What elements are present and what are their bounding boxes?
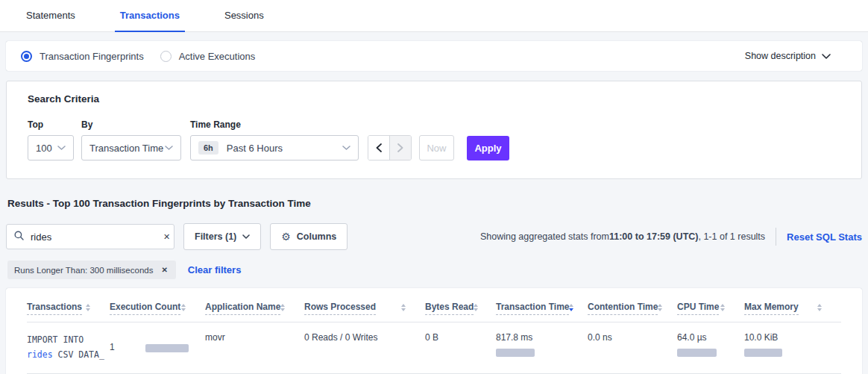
clear-filters-link[interactable]: Clear filters	[188, 264, 242, 275]
top-tab-bar: Statements Transactions Sessions	[0, 0, 868, 32]
by-select-value: Transaction Time	[89, 143, 163, 154]
top-select-value: 100	[36, 143, 52, 154]
rows-processed-value: 0 Reads / 0 Writes	[304, 332, 377, 343]
chevron-down-icon	[57, 146, 66, 150]
execution-count-bar	[145, 344, 189, 352]
chevron-down-icon	[242, 234, 250, 239]
sort-icon[interactable]	[181, 302, 186, 311]
column-header-label: Rows Processed	[304, 302, 376, 315]
by-label: By	[81, 119, 190, 130]
results-table: Transactions Execution Count Application…	[6, 288, 862, 374]
time-range-label: Time Range	[190, 119, 359, 130]
active-filters-row: Runs Longer Than: 300 milliseconds ✕ Cle…	[7, 261, 861, 279]
sql-line-2-rest: CSV DATA_	[53, 349, 104, 360]
divider	[776, 228, 776, 246]
time-range-select[interactable]: 6h Past 6 Hours	[190, 135, 359, 160]
bytes-read-cell: 0 B	[425, 332, 496, 362]
apply-button[interactable]: Apply	[467, 136, 509, 160]
sort-icon[interactable]	[569, 302, 573, 311]
chevron-down-icon	[342, 146, 350, 150]
next-time-window-button[interactable]	[389, 136, 411, 160]
application-name-cell: movr	[205, 332, 304, 362]
sort-icon[interactable]	[817, 302, 822, 311]
show-description-label: Show description	[745, 51, 816, 61]
radio-label: Active Executions	[179, 51, 256, 62]
clear-search-icon[interactable]: ✕	[162, 231, 172, 243]
sort-icon[interactable]	[658, 302, 662, 311]
top-select[interactable]: 100	[28, 135, 74, 160]
time-window-arrows	[368, 135, 412, 160]
results-heading: Results - Top 100 Transaction Fingerprin…	[7, 198, 861, 209]
columns-button-label: Columns	[297, 231, 336, 242]
prev-time-window-button[interactable]	[368, 136, 389, 160]
columns-button[interactable]: ⚙ Columns	[270, 223, 347, 250]
radio-active-executions[interactable]: Active Executions	[160, 51, 256, 62]
top-field: Top 100	[28, 119, 81, 160]
show-description-toggle[interactable]: Show description	[745, 51, 831, 61]
transaction-time-bar	[496, 349, 535, 357]
filters-button-label: Filters (1)	[195, 231, 236, 242]
by-field: By Transaction Time	[81, 119, 190, 160]
max-memory-value: 10.0 KiB	[744, 332, 841, 343]
radio-label: Transaction Fingerprints	[40, 51, 144, 62]
column-header-bytes-read[interactable]: Bytes Read	[425, 302, 496, 315]
tab-statements[interactable]: Statements	[21, 0, 81, 32]
tab-transactions[interactable]: Transactions	[115, 0, 185, 32]
filter-chip-label: Runs Longer Than: 300 milliseconds	[14, 266, 153, 275]
stats-suffix: , 1-1 of 1 results	[698, 231, 765, 242]
search-box: ✕	[6, 224, 174, 249]
column-header-max-memory[interactable]: Max Memory	[744, 302, 841, 315]
contention-time-cell: 0.0 ns	[588, 332, 677, 362]
time-range-value: Past 6 Hours	[227, 143, 283, 154]
sort-icon[interactable]	[86, 302, 90, 311]
stats-range: 11:00 to 17:59 (UTC)	[609, 231, 698, 242]
column-header-application-name[interactable]: Application Name	[205, 302, 304, 315]
column-header-rows-processed[interactable]: Rows Processed	[304, 302, 425, 315]
sort-icon[interactable]	[474, 302, 478, 311]
filters-button[interactable]: Filters (1)	[183, 223, 261, 250]
sql-line-1: IMPORT INTO	[27, 332, 110, 347]
column-header-label: Max Memory	[744, 302, 799, 315]
transaction-time-cell: 817.8 ms	[496, 332, 588, 362]
remove-filter-icon[interactable]: ✕	[160, 264, 169, 275]
by-select[interactable]: Transaction Time	[81, 135, 181, 160]
radio-transaction-fingerprints[interactable]: Transaction Fingerprints	[21, 51, 144, 62]
top-label: Top	[28, 119, 81, 130]
column-header-label: Transaction Time	[496, 302, 569, 315]
cpu-time-cell: 64.0 µs	[677, 332, 744, 362]
column-header-execution-count[interactable]: Execution Count	[110, 302, 205, 315]
search-criteria-title: Search Criteria	[28, 93, 840, 105]
filter-chip: Runs Longer Than: 300 milliseconds ✕	[7, 261, 176, 279]
contention-time-value: 0.0 ns	[588, 332, 612, 343]
aggregated-stats-text: Showing aggregated stats from 11:00 to 1…	[480, 231, 765, 242]
table-row: IMPORT INTO rides CSV DATA_ 1 movr 0 Rea…	[27, 322, 841, 374]
sort-icon[interactable]	[280, 302, 285, 311]
column-header-label: Application Name	[205, 302, 280, 315]
time-range-badge: 6h	[198, 141, 218, 155]
stats-prefix: Showing aggregated stats from	[480, 231, 609, 242]
column-header-cpu-time[interactable]: CPU Time	[677, 302, 744, 315]
cpu-time-bar	[677, 349, 717, 357]
sort-icon[interactable]	[720, 302, 725, 311]
sql-table-link[interactable]: rides	[27, 349, 53, 360]
chevron-down-icon	[822, 54, 831, 59]
now-button[interactable]: Now	[419, 135, 454, 160]
time-range-field: Time Range 6h Past 6 Hours	[190, 119, 359, 160]
search-input[interactable]	[31, 231, 162, 243]
gear-icon: ⚙	[281, 231, 291, 242]
application-name-value: movr	[205, 332, 225, 343]
column-header-contention-time[interactable]: Contention Time	[588, 302, 677, 315]
sql-line-2: rides CSV DATA_	[27, 347, 110, 362]
cpu-time-value: 64.0 µs	[677, 332, 744, 343]
search-icon	[14, 231, 24, 243]
max-memory-cell: 10.0 KiB	[744, 332, 841, 362]
sort-icon[interactable]	[401, 302, 406, 311]
tab-sessions[interactable]: Sessions	[219, 0, 269, 32]
column-header-transaction-time[interactable]: Transaction Time	[496, 302, 588, 315]
view-toggle-row: Transaction Fingerprints Active Executio…	[6, 41, 862, 71]
transaction-fingerprint-cell[interactable]: IMPORT INTO rides CSV DATA_	[27, 332, 110, 362]
reset-sql-stats-link[interactable]: Reset SQL Stats	[787, 231, 862, 243]
column-header-label: Bytes Read	[425, 302, 474, 315]
max-memory-bar	[744, 349, 782, 357]
column-header-transactions[interactable]: Transactions	[27, 302, 110, 315]
